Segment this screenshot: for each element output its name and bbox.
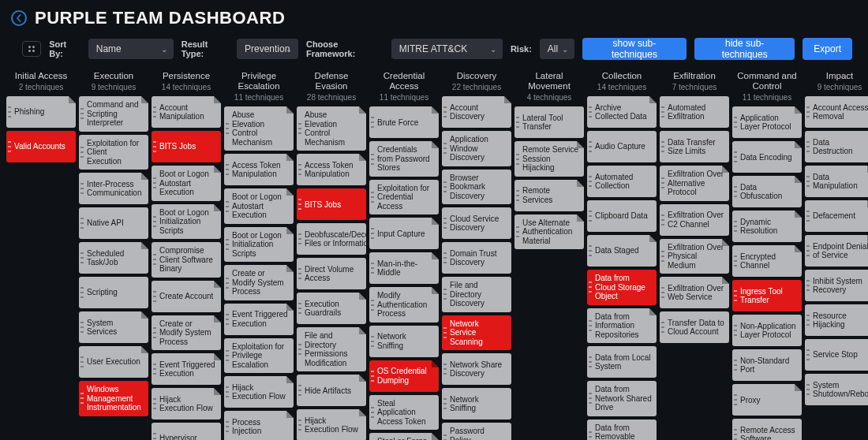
technique-cell[interactable]: Lateral Tool Transfer [514,106,584,138]
technique-cell[interactable]: Dynamic Resolution [732,211,802,242]
technique-cell[interactable]: Process Injection [224,411,294,440]
technique-cell[interactable]: Abuse Elevation Control Mechanism [297,106,366,151]
technique-cell[interactable]: Direct Volume Access [297,258,366,289]
technique-cell[interactable]: Application Window Discovery [442,131,511,166]
technique-cell[interactable]: Non-Standard Port [732,349,802,381]
technique-cell[interactable]: Audio Capture [587,131,657,162]
export-button[interactable]: Export [803,38,852,60]
technique-cell[interactable]: Ingress Tool Transfer [732,280,802,311]
technique-cell[interactable]: Credentials from Password Stores [369,141,439,177]
technique-cell[interactable]: Browser Bookmark Discovery [442,170,511,205]
technique-cell[interactable]: Data from Information Repositories [587,308,657,344]
technique-cell[interactable]: Cloud Service Discovery [442,207,511,239]
technique-cell[interactable]: Resource Hijacking [805,304,868,336]
technique-cell[interactable]: Create or Modify System Process [224,265,294,300]
technique-cell[interactable]: User Execution [79,346,148,378]
risk-select[interactable]: All ⌄ [540,39,574,59]
sort-by-select[interactable]: Name ⌄ [88,39,174,59]
technique-cell[interactable]: Hypervisor [152,423,221,440]
technique-cell[interactable]: Exfiltration Over Web Service [660,277,729,308]
hide-sub-button[interactable]: hide sub-techniques [694,38,795,60]
technique-cell[interactable]: File and Directory Permissions Modificat… [297,327,366,371]
technique-cell[interactable]: Data Encoding [732,141,802,173]
back-icon[interactable] [11,10,27,26]
technique-cell[interactable]: Exploitation for Credential Access [369,180,439,215]
technique-cell[interactable]: Password Policy Discovery [442,423,511,440]
technique-cell[interactable]: Account Discovery [442,96,511,128]
framework-select[interactable]: MITRE ATT&CK ⌄ [391,39,503,59]
technique-cell[interactable]: Remote Services [514,180,584,211]
technique-cell[interactable]: Network Service Scanning [442,315,511,351]
technique-cell[interactable]: Valid Accounts [6,131,76,162]
technique-cell[interactable]: Exfiltration Over Alternative Protocol [660,166,729,201]
technique-cell[interactable]: Exfiltration Over Physical Medium [660,239,729,274]
filter-icon[interactable] [22,41,41,57]
technique-cell[interactable]: Non-Application Layer Protocol [732,315,802,346]
technique-cell[interactable]: Exfiltration Over C2 Channel [660,204,729,236]
technique-cell[interactable]: Phishing [6,96,76,128]
technique-cell[interactable]: Remote Access Software [732,419,802,440]
technique-cell[interactable]: Data Destruction [805,131,868,162]
technique-cell[interactable]: Execution Guardrails [297,293,366,324]
technique-cell[interactable]: Man-in-the-Middle [369,252,439,284]
technique-cell[interactable]: Create or Modify System Process [152,315,221,351]
technique-cell[interactable]: Application Layer Protocol [732,106,802,138]
technique-cell[interactable]: Defacement [805,200,868,232]
technique-cell[interactable]: Scheduled Task/Job [79,242,148,274]
technique-cell[interactable]: Windows Management Instrumentation [79,381,148,416]
technique-cell[interactable]: OS Credential Dumping [369,360,439,392]
technique-cell[interactable]: Event Triggered Execution [152,353,221,385]
technique-cell[interactable]: Hijack Execution Flow [224,376,294,408]
technique-cell[interactable]: Domain Trust Discovery [442,242,511,274]
technique-cell[interactable]: Exploitation for Client Execution [79,135,148,170]
technique-cell[interactable]: Command and Scripting Interpreter [79,96,148,132]
result-type-select[interactable]: Prevention ⌄ [237,39,298,59]
technique-cell[interactable]: Scripting [79,277,148,308]
technique-cell[interactable]: Data Transfer Size Limits [660,131,729,162]
technique-cell[interactable]: Remote Service Session Hijacking [514,141,584,177]
technique-cell[interactable]: Deobfuscate/Decode Files or Information [297,223,366,255]
technique-cell[interactable]: System Shutdown/Reboot [805,374,868,405]
technique-cell[interactable]: Transfer Data to Cloud Account [660,311,729,343]
technique-cell[interactable]: Account Manipulation [152,96,221,128]
technique-cell[interactable]: Boot or Logon Autostart Execution [152,166,221,201]
technique-cell[interactable]: Boot or Logon Autostart Execution [224,188,294,224]
technique-cell[interactable]: Boot or Logon Initialization Scripts [152,204,221,240]
technique-cell[interactable]: Access Token Manipulation [297,154,366,185]
technique-cell[interactable]: BITS Jobs [152,131,221,162]
technique-cell[interactable]: Data Obfuscation [732,176,802,207]
technique-cell[interactable]: BITS Jobs [297,188,366,220]
technique-cell[interactable]: Native API [79,207,148,239]
technique-cell[interactable]: Hijack Execution Flow [297,409,366,440]
technique-cell[interactable]: Data Staged [587,235,657,267]
technique-cell[interactable]: File and Directory Discovery [442,277,511,312]
technique-cell[interactable]: Steal Application Access Token [369,395,439,431]
technique-cell[interactable]: Clipboard Data [587,200,657,232]
technique-cell[interactable]: Access Token Manipulation [224,154,294,185]
technique-cell[interactable]: Service Stop [805,339,868,371]
technique-cell[interactable]: Proxy [732,384,802,416]
technique-cell[interactable]: Archive Collected Data [587,96,657,128]
technique-cell[interactable]: Network Sniffing [369,326,439,357]
technique-cell[interactable]: Network Sniffing [442,388,511,419]
technique-cell[interactable]: Network Share Discovery [442,353,511,385]
technique-cell[interactable]: Input Capture [369,218,439,249]
technique-cell[interactable]: Steal or Forge Kerberos Tickets [369,433,439,440]
technique-cell[interactable]: Event Triggered Execution [224,304,294,335]
technique-cell[interactable]: Use Alternate Authentication Material [514,214,584,250]
technique-cell[interactable]: Compromise Client Software Binary [152,242,221,278]
technique-cell[interactable]: Data from Local System [587,346,657,378]
technique-cell[interactable]: Hide Artifacts [297,375,366,406]
technique-cell[interactable]: Data from Cloud Storage Object [587,270,657,305]
technique-cell[interactable]: Data from Removable Media [587,419,657,440]
technique-cell[interactable]: Exploitation for Privilege Escalation [224,338,294,374]
technique-cell[interactable]: Modify Authentication Process [369,287,439,323]
technique-cell[interactable]: Data Manipulation [805,166,868,197]
show-sub-button[interactable]: show sub-techniques [582,38,687,60]
technique-cell[interactable]: Data from Network Shared Drive [587,381,657,416]
technique-cell[interactable]: Inter-Process Communication [79,173,148,204]
technique-cell[interactable]: Hijack Execution Flow [152,388,221,419]
technique-cell[interactable]: Automated Collection [587,166,657,197]
technique-cell[interactable]: Endpoint Denial of Service [805,235,868,267]
technique-cell[interactable]: Brute Force [369,106,439,138]
